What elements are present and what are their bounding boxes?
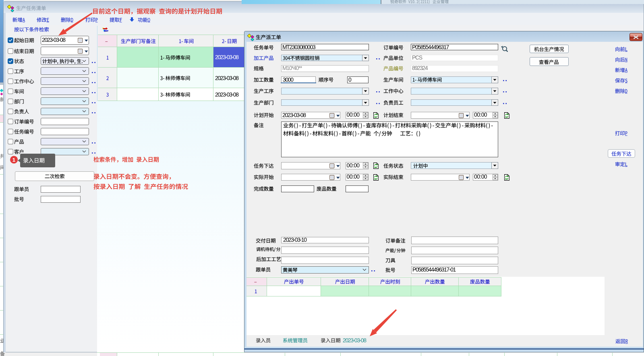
svg-text:1: 1 [12, 157, 16, 163]
